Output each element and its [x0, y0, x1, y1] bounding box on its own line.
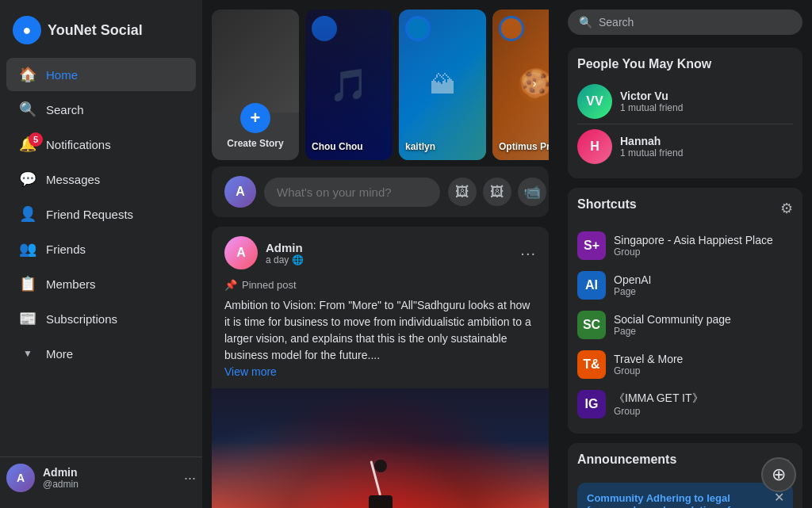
people-section-title: People You May Know	[577, 57, 793, 71]
post-text: Ambition to Vision: From "More" to "All"…	[212, 297, 549, 388]
sidebar-item-label: Messages	[46, 173, 100, 186]
shortcut-info: Singapore - Asia Happiest Place Group	[614, 234, 793, 258]
search-input[interactable]	[599, 16, 791, 29]
gif-button[interactable]: 🖼	[448, 178, 477, 206]
shortcut-name: 《IMMA GET IT》	[614, 392, 793, 406]
shortcut-icon: AI	[577, 271, 606, 300]
photo-button[interactable]: 🖼	[483, 178, 511, 206]
sidebar-item-home[interactable]: 🏠 Home	[6, 58, 196, 91]
composer-actions: 🖼 🖼 📹	[448, 178, 546, 206]
sidebar-item-friend-requests[interactable]: 👤 Friend Requests	[6, 197, 196, 231]
right-panel: 🔍 People You May Know VV Victor Vu 1 mut…	[558, 0, 812, 508]
sidebar-item-label: Friend Requests	[46, 208, 133, 221]
search-bar[interactable]: 🔍	[568, 10, 802, 35]
post-header: A Admin a day 🌐 ···	[212, 227, 549, 276]
shortcut-icon: S+	[577, 231, 606, 260]
post-more-button[interactable]: ···	[520, 244, 536, 262]
video-button[interactable]: 📹	[518, 178, 546, 206]
sidebar-item-more[interactable]: ▼ More	[6, 337, 196, 370]
user-handle: @admin	[43, 479, 79, 490]
sidebar-item-members[interactable]: 📋 Members	[6, 267, 196, 300]
shortcut-item[interactable]: IG 《IMMA GET IT》 Group	[577, 384, 793, 424]
create-story-bg	[212, 10, 299, 113]
sidebar-user[interactable]: A Admin @admin	[6, 464, 79, 492]
logo-icon: ●	[13, 16, 41, 44]
create-story-plus-button[interactable]: +	[240, 103, 270, 133]
person-info: Victor Vu 1 mutual friend	[620, 90, 793, 113]
messages-icon: 💬	[19, 170, 36, 188]
stories-section: + Create Story 🎵 Chou Chou 🏔 kaitlyn	[212, 0, 549, 166]
story-name: Optimus Prime	[499, 141, 549, 152]
shortcut-item[interactable]: AI OpenAI Page	[577, 265, 793, 305]
pin-icon: 📌	[224, 279, 237, 291]
sidebar-item-subscriptions[interactable]: 📰 Subscriptions	[6, 302, 196, 335]
shortcuts-section: Shortcuts ⚙ S+ Singapore - Asia Happiest…	[568, 188, 802, 434]
shortcut-item[interactable]: S+ Singapore - Asia Happiest Place Group	[577, 226, 793, 265]
home-icon: 🏠	[19, 66, 36, 83]
view-more-link[interactable]: View more	[224, 365, 277, 378]
sidebar-item-label: Home	[46, 68, 78, 82]
pinned-label: 📌 Pinned post	[212, 276, 549, 297]
search-icon: 🔍	[19, 101, 36, 118]
floating-add-button[interactable]: ⊕	[761, 457, 796, 492]
create-story-label: Create Story	[227, 138, 283, 149]
friends-icon: 👥	[19, 240, 36, 258]
stories-row: + Create Story 🎵 Chou Chou 🏔 kaitlyn	[212, 0, 549, 166]
user-info: Admin @admin	[43, 466, 79, 490]
shortcut-info: 《IMMA GET IT》 Group	[614, 392, 793, 417]
story-card[interactable]: 🎵 Chou Chou	[305, 10, 393, 160]
shortcut-type: Group	[614, 246, 793, 258]
logo-text: YouNet Social	[48, 22, 143, 39]
post-image	[212, 388, 549, 508]
sidebar-user-section: A Admin @admin ···	[0, 456, 202, 498]
post-author-name: Admin	[266, 241, 512, 254]
app-logo: ● YouNet Social	[0, 10, 202, 57]
members-icon: 📋	[19, 275, 36, 292]
shortcut-icon: T&	[577, 350, 606, 379]
post-card: A Admin a day 🌐 ··· 📌 Pinned post Ambiti…	[212, 227, 549, 508]
shortcut-name: Social Community page	[614, 313, 793, 326]
announcements-header: Announcements ∧	[577, 453, 793, 475]
story-card[interactable]: 🏔 kaitlyn	[399, 10, 486, 160]
avatar: VV	[577, 84, 612, 119]
mutual-friends: 1 mutual friend	[620, 102, 793, 113]
sidebar-item-notifications[interactable]: 🔔 5 Notifications	[6, 128, 196, 161]
shortcuts-title: Shortcuts	[577, 197, 637, 212]
person-info: Hannah 1 mutual friend	[620, 135, 793, 159]
sidebar-item-messages[interactable]: 💬 Messages	[6, 162, 196, 196]
user-icon: 👤	[19, 205, 36, 223]
shortcut-type: Page	[614, 326, 793, 337]
stories-next-button[interactable]: ›	[523, 72, 546, 94]
shortcut-icon: IG	[577, 390, 606, 418]
post-input[interactable]	[264, 178, 440, 207]
sidebar-item-label: More	[46, 347, 73, 361]
create-story-card[interactable]: + Create Story	[212, 10, 299, 160]
shortcut-type: Group	[614, 406, 793, 417]
visibility-icon: 🌐	[292, 254, 304, 265]
shortcut-info: Travel & More Group	[614, 353, 793, 376]
sidebar-item-label: Members	[46, 277, 96, 291]
person-name: Victor Vu	[620, 90, 793, 102]
post-author-avatar: A	[224, 236, 258, 269]
shortcut-item[interactable]: T& Travel & More Group	[577, 345, 793, 384]
shortcut-icon: SC	[577, 311, 606, 339]
user-menu-dots[interactable]: ···	[184, 470, 196, 487]
person-item[interactable]: H Hannah 1 mutual friend	[577, 124, 793, 169]
person-name: Hannah	[620, 135, 793, 147]
shortcuts-settings-icon[interactable]: ⚙	[780, 200, 793, 217]
user-name: Admin	[43, 466, 79, 479]
person-item[interactable]: VV Victor Vu 1 mutual friend	[577, 79, 793, 124]
announcement-title: Community Adhering to legal frameworks a…	[587, 492, 783, 508]
shortcuts-header: Shortcuts ⚙	[577, 197, 793, 220]
post-meta: a day 🌐	[266, 254, 512, 265]
main-feed: + Create Story 🎵 Chou Chou 🏔 kaitlyn	[202, 0, 558, 508]
sidebar-item-search[interactable]: 🔍 Search	[6, 93, 196, 126]
subscriptions-icon: 📰	[19, 310, 36, 327]
sidebar-item-label: Notifications	[46, 138, 111, 151]
shortcut-item[interactable]: SC Social Community page Page	[577, 305, 793, 345]
shortcut-info: OpenAI Page	[614, 273, 793, 297]
sidebar-item-friends[interactable]: 👥 Friends	[6, 232, 196, 265]
story-name: kaitlyn	[405, 141, 480, 152]
avatar: A	[6, 464, 35, 492]
shortcut-name: OpenAI	[614, 273, 793, 286]
